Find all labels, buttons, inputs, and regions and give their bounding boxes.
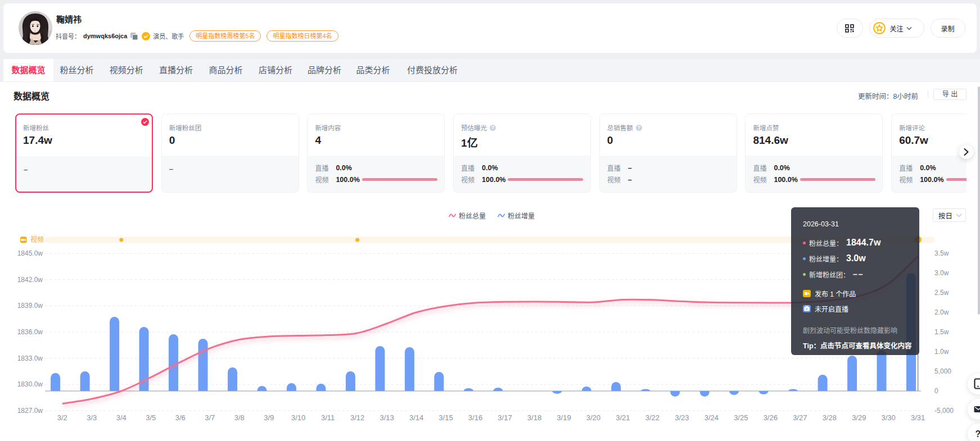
svg-text:3/23: 3/23 — [675, 413, 689, 422]
svg-text:3/5: 3/5 — [146, 413, 156, 422]
svg-text:3/14: 3/14 — [409, 413, 423, 422]
svg-text:3/20: 3/20 — [586, 413, 600, 422]
svg-text:3/26: 3/26 — [764, 413, 778, 422]
svg-text:3/10: 3/10 — [291, 413, 305, 422]
svg-text:3/17: 3/17 — [498, 413, 512, 422]
svg-text:3/19: 3/19 — [557, 413, 571, 422]
svg-text:3/28: 3/28 — [823, 413, 837, 422]
svg-text:3/15: 3/15 — [439, 413, 453, 422]
svg-text:1830.0w: 1830.0w — [17, 380, 43, 388]
svg-text:-5,000: -5,000 — [934, 407, 954, 415]
svg-text:3/11: 3/11 — [321, 413, 335, 422]
svg-text:1839.0w: 1839.0w — [17, 302, 43, 310]
svg-text:2.0w: 2.0w — [934, 308, 949, 316]
svg-text:3/16: 3/16 — [468, 413, 482, 422]
svg-text:0: 0 — [934, 387, 938, 395]
svg-text:3/8: 3/8 — [234, 413, 245, 422]
svg-text:1836.0w: 1836.0w — [17, 328, 43, 336]
svg-text:5,000: 5,000 — [934, 367, 951, 375]
svg-text:1842.0w: 1842.0w — [17, 276, 43, 284]
svg-text:3/3: 3/3 — [87, 413, 97, 422]
svg-text:3/4: 3/4 — [116, 413, 127, 422]
svg-text:3/12: 3/12 — [350, 413, 364, 422]
svg-text:1845.0w: 1845.0w — [17, 249, 43, 257]
svg-text:1827.0w: 1827.0w — [17, 407, 43, 415]
svg-text:视频: 视频 — [30, 235, 44, 244]
svg-text:3/24: 3/24 — [704, 413, 719, 422]
svg-text:3/21: 3/21 — [616, 413, 630, 422]
svg-text:3/25: 3/25 — [734, 413, 748, 422]
svg-text:3/30: 3/30 — [882, 413, 896, 422]
svg-text:3.5w: 3.5w — [934, 249, 949, 257]
svg-text:1.0w: 1.0w — [934, 348, 949, 356]
svg-text:3/31: 3/31 — [911, 413, 925, 422]
svg-text:3/13: 3/13 — [380, 413, 394, 422]
svg-text:3/29: 3/29 — [852, 413, 866, 422]
svg-text:3/6: 3/6 — [175, 413, 186, 422]
svg-text:3/9: 3/9 — [264, 413, 274, 422]
svg-text:1833.0w: 1833.0w — [17, 354, 43, 362]
svg-text:3/2: 3/2 — [57, 413, 67, 422]
svg-text:3/22: 3/22 — [645, 413, 660, 422]
svg-text:3.0w: 3.0w — [934, 269, 949, 277]
svg-text:2.5w: 2.5w — [934, 289, 949, 297]
svg-text:3/27: 3/27 — [793, 413, 807, 422]
svg-text:3/18: 3/18 — [527, 413, 541, 422]
svg-text:3/7: 3/7 — [205, 413, 215, 422]
svg-text:1.5w: 1.5w — [934, 328, 949, 336]
